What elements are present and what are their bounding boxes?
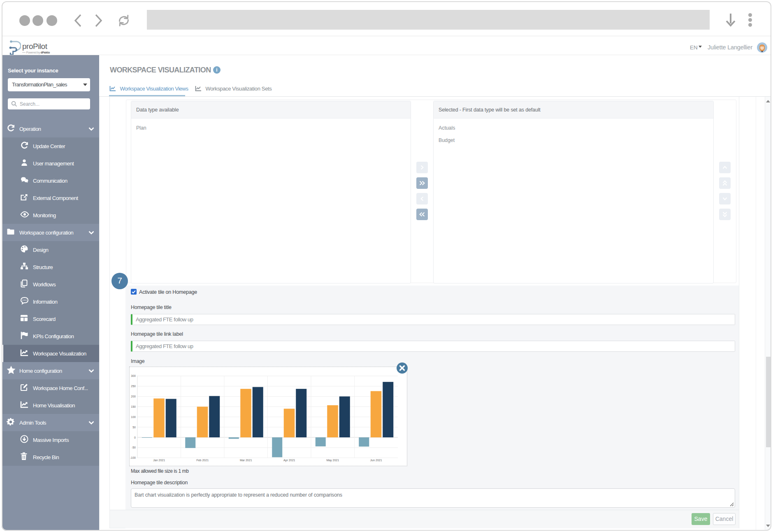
svg-text:100: 100 [131, 416, 136, 418]
svg-text:0: 0 [134, 436, 136, 439]
svg-text:Jun 2021: Jun 2021 [370, 459, 382, 462]
svg-text:Apr 2021: Apr 2021 [283, 459, 295, 462]
svg-text:May 2021: May 2021 [326, 459, 339, 462]
svg-text:-50: -50 [132, 446, 136, 449]
svg-text:250: 250 [131, 385, 136, 388]
svg-text:-100: -100 [130, 456, 136, 459]
svg-text:50: 50 [132, 426, 136, 429]
svg-text:Feb 2021: Feb 2021 [196, 459, 209, 462]
svg-text:Jan 2021: Jan 2021 [153, 459, 165, 462]
svg-text:200: 200 [131, 395, 136, 398]
svg-text:150: 150 [131, 405, 136, 408]
svg-text:300: 300 [131, 374, 136, 377]
svg-text:Mar 2021: Mar 2021 [240, 459, 252, 462]
